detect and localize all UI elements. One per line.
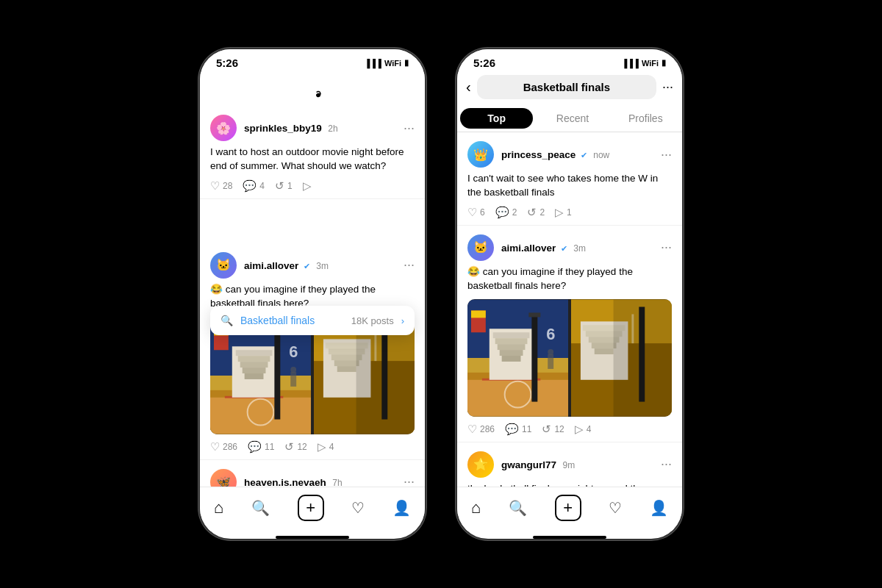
share-action-aimi-left[interactable]: ▷ 4 <box>318 440 334 453</box>
bottom-nav-right: ⌂ 🔍 + ♡ 👤 <box>457 487 682 531</box>
home-bar-right <box>533 536 606 539</box>
home-bar-left <box>276 536 349 539</box>
post-actions-princess: ♡ 6 💬 2 ↺ 2 ▷ 1 <box>467 206 672 219</box>
share-count-princess: 1 <box>567 207 572 218</box>
verified-aimi-left: ✔ <box>304 262 310 270</box>
svg-rect-34 <box>467 379 568 416</box>
comment-count-aimi-right: 11 <box>522 424 531 434</box>
more-options-search[interactable]: ··· <box>662 79 673 95</box>
share-action-princess[interactable]: ▷ 1 <box>555 206 572 219</box>
nav-profile-right[interactable]: 👤 <box>650 499 668 517</box>
chevron-right-icon: › <box>401 315 404 326</box>
nav-heart-left[interactable]: ♡ <box>351 499 365 517</box>
post-actions-aimi-left: ♡ 286 💬 11 ↺ 12 ▷ 4 <box>210 440 415 453</box>
comment-icon: 💬 <box>243 179 257 193</box>
repost-action-aimi-left[interactable]: ↺ 12 <box>284 440 306 453</box>
emoji-aimi-right: 😂 <box>467 266 483 277</box>
comment-action-princess[interactable]: 💬 2 <box>495 206 517 219</box>
like-action-sprinkles[interactable]: ♡ 28 <box>210 179 232 193</box>
search-box[interactable]: Basketball finals <box>477 75 656 99</box>
share-count-aimi-left: 4 <box>329 442 334 452</box>
comment-count-princess: 2 <box>512 207 517 218</box>
plus-icon-right: + <box>563 498 573 517</box>
profile-icon-left: 👤 <box>392 499 411 517</box>
timestamp-gwan: 9m <box>562 460 575 470</box>
nav-search-right[interactable]: 🔍 <box>509 499 527 517</box>
more-options-princess[interactable]: ··· <box>661 147 672 162</box>
status-icons-left: ▐▐▐ WiFi ▮ <box>364 58 409 68</box>
like-action-princess[interactable]: ♡ 6 <box>467 206 485 219</box>
svg-rect-9 <box>240 362 268 368</box>
comment-action-aimi-left[interactable]: 💬 11 <box>248 440 274 453</box>
nav-home-left[interactable]: ⌂ <box>214 498 223 517</box>
share-action-aimi-right[interactable]: ▷ 4 <box>575 423 592 436</box>
svg-rect-17 <box>290 372 296 387</box>
post-text-princess: I can't wait to see who takes home the W… <box>467 172 672 200</box>
right-phone: 5:26 ▐▐▐ WiFi ▮ ‹ Basketball finals ··· … <box>456 48 684 540</box>
svg-rect-61 <box>614 299 672 416</box>
share-icon-aimi: ▷ <box>318 440 326 453</box>
plus-icon-left: + <box>306 498 315 517</box>
post-sprinkles: 🌸 sprinkles_bby19 2h ··· I want to host … <box>200 106 425 199</box>
share-icon: ▷ <box>303 179 312 193</box>
more-options-gwan[interactable]: ··· <box>661 456 672 472</box>
like-action-aimi-left[interactable]: ♡ 286 <box>210 440 237 453</box>
nav-profile-left[interactable]: 👤 <box>392 499 411 517</box>
search-term-suggestion: Basketball finals <box>240 315 315 326</box>
svg-point-18 <box>290 367 296 373</box>
heart-icon-left: ♡ <box>351 499 365 517</box>
emoji-aimi-left: 😂 <box>210 284 226 295</box>
repost-action-princess[interactable]: ↺ 2 <box>527 206 545 219</box>
bottom-nav-left: ⌂ 🔍 + ♡ 👤 <box>200 487 425 531</box>
svg-rect-48 <box>548 354 553 369</box>
nav-plus-left[interactable]: + <box>298 495 324 521</box>
more-options-aimi-right[interactable]: ··· <box>661 240 672 255</box>
comment-action-aimi-right[interactable]: 💬 11 <box>505 423 531 436</box>
share-action-sprinkles[interactable]: ▷ <box>303 179 312 193</box>
svg-rect-46 <box>471 310 486 318</box>
nav-home-right[interactable]: ⌂ <box>471 498 481 517</box>
comment-icon-aimi-right: 💬 <box>505 423 519 436</box>
comment-count-aimi-left: 11 <box>265 442 274 452</box>
comment-icon-aimi: 💬 <box>248 440 262 453</box>
search-icon-suggestion: 🔍 <box>220 315 233 326</box>
svg-rect-38 <box>493 332 530 338</box>
comment-icon-princess: 💬 <box>495 206 509 219</box>
post-meta-aimi-right: aimi.allover ✔ 3m <box>501 241 653 254</box>
post-princess: 👑 princess_peace ✔ now ··· I can't wait … <box>457 132 682 226</box>
nav-heart-right[interactable]: ♡ <box>609 499 622 517</box>
svg-rect-7 <box>236 350 273 356</box>
svg-rect-10 <box>243 368 266 373</box>
profile-icon-right: 👤 <box>650 499 668 517</box>
post-heaven: 🦋 heaven.is.nevaeh 7h ··· what's your fa… <box>200 460 425 487</box>
like-icon: ♡ <box>210 179 220 193</box>
comment-action-sprinkles[interactable]: 💬 4 <box>243 179 265 193</box>
like-count-princess: 6 <box>480 207 485 218</box>
repost-icon-aimi: ↺ <box>284 440 294 453</box>
battery-icon: ▮ <box>404 58 409 68</box>
post-meta-heaven: heaven.is.nevaeh 7h <box>244 476 396 487</box>
like-action-aimi-right[interactable]: ♡ 286 <box>467 423 495 436</box>
tab-profiles[interactable]: Profiles <box>609 105 682 132</box>
search-bar-area: ‹ Basketball finals ··· <box>457 72 682 105</box>
post-header-princess: 👑 princess_peace ✔ now ··· <box>467 141 672 168</box>
search-suggestion-floating[interactable]: 🔍 Basketball finals 18K posts › <box>210 306 415 335</box>
svg-rect-27 <box>337 366 356 372</box>
post-meta-princess: princess_peace ✔ now <box>501 148 653 161</box>
post-text-aimi-right: 😂 can you imagine if they played the bas… <box>467 265 672 293</box>
more-options-heaven[interactable]: ··· <box>404 474 415 487</box>
back-button[interactable]: ‹ <box>466 79 471 96</box>
more-options-aimi-left[interactable]: ··· <box>404 257 415 273</box>
repost-action-sprinkles[interactable]: ↺ 1 <box>275 179 293 193</box>
tab-top[interactable]: Top <box>460 108 533 129</box>
repost-action-aimi-right[interactable]: ↺ 12 <box>542 423 564 436</box>
post-header-heaven: 🦋 heaven.is.nevaeh 7h ··· <box>210 469 415 487</box>
nav-plus-right[interactable]: + <box>555 495 581 521</box>
search-tabs: Top Recent Profiles <box>457 105 682 132</box>
svg-rect-58 <box>595 348 614 354</box>
tab-recent[interactable]: Recent <box>536 105 609 132</box>
nav-search-left[interactable]: 🔍 <box>251 499 270 517</box>
avatar-heaven: 🦋 <box>210 469 237 487</box>
signal-icon-right: ▐▐▐ <box>621 59 638 68</box>
more-options-sprinkles[interactable]: ··· <box>404 121 415 136</box>
